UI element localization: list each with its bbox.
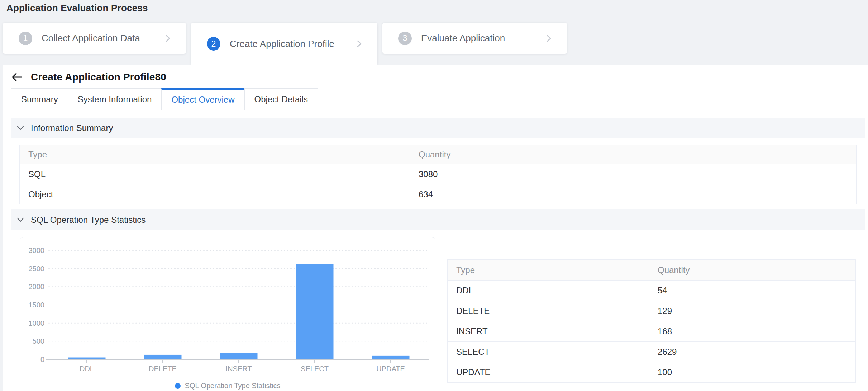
table-header-row: Type Quantity [20,145,857,164]
cell-quantity: 54 [649,281,856,301]
cell-type: SELECT [448,342,649,362]
cell-type: DELETE [448,301,649,321]
sql-operation-chart-card: 500100015002000250030000DDLDELETEINSERTS… [20,237,435,391]
chevron-down-icon [16,123,25,133]
tab-object-details[interactable]: Object Details [244,88,318,110]
column-header-type: Type [20,145,410,164]
step-evaluate-application[interactable]: 3 Evaluate Application [382,23,567,54]
information-summary-table: Type Quantity SQL 3080 Object 634 [19,145,857,204]
column-header-type: Type [448,260,649,281]
cell-quantity: 3080 [410,164,857,184]
step-create-application-profile[interactable]: 2 Create Application Profile [191,23,377,65]
cell-type: Object [20,184,410,204]
tab-bar: Summary System Information Object Overvi… [11,88,318,110]
chevron-right-icon [163,34,172,43]
sql-operation-stats-table: Type Quantity DDL 54 DELETE 129 INSERT 1… [447,259,856,383]
page-title: Application Evaluation Process [6,3,148,14]
process-stepper: 1 Collect Application Data 2 Create Appl… [3,23,868,65]
svg-text:2500: 2500 [29,265,45,273]
section-information-summary[interactable]: Information Summary [11,118,865,138]
step-content: 1 Collect Application Data [19,23,186,54]
svg-text:500: 500 [33,337,44,345]
svg-text:2000: 2000 [29,283,45,291]
svg-text:3000: 3000 [29,246,45,254]
cell-type: UPDATE [448,362,649,383]
svg-text:0: 0 [40,355,44,363]
cell-type: SQL [20,164,410,184]
section-title: SQL Operation Type Statistics [31,215,146,225]
detail-header: Create Application Profile80 [11,71,166,83]
cell-quantity: 129 [649,301,856,321]
column-header-quantity: Quantity [649,260,856,281]
bar-chart: 500100015002000250030000DDLDELETEINSERTS… [20,237,435,391]
table-row: SQL 3080 [20,164,857,184]
cell-quantity: 2629 [649,342,856,362]
svg-text:1000: 1000 [29,319,45,327]
step-number-badge: 1 [19,32,32,45]
column-header-quantity: Quantity [410,145,857,164]
svg-text:UPDATE: UPDATE [376,365,405,373]
table-row: UPDATE 100 [448,362,856,383]
cell-quantity: 634 [410,184,857,204]
table-row: DDL 54 [448,281,856,301]
table-row: Object 634 [20,184,857,204]
tab-object-overview[interactable]: Object Overview [161,88,244,110]
app-root: Application Evaluation Process 1 Collect… [0,0,868,391]
step-number-badge: 2 [207,37,220,51]
chart-legend[interactable]: SQL Operation Type Statistics [20,382,435,390]
step-label: Collect Application Data [42,33,140,44]
table-row: INSERT 168 [448,321,856,342]
cell-type: INSERT [448,321,649,342]
legend-dot-icon [175,383,181,389]
chevron-right-icon [354,39,364,48]
back-arrow-icon[interactable] [11,72,23,83]
svg-text:1500: 1500 [29,301,45,309]
tab-summary[interactable]: Summary [11,88,68,110]
legend-label: SQL Operation Type Statistics [185,382,281,390]
svg-text:DDL: DDL [80,365,94,373]
cell-quantity: 100 [649,362,856,383]
detail-title: Create Application Profile80 [31,71,166,83]
chevron-down-icon [16,215,25,225]
step-content: 2 Create Application Profile [207,28,377,60]
svg-text:DELETE: DELETE [149,365,177,373]
step-collect-application-data[interactable]: 1 Collect Application Data [3,23,186,54]
step-label: Create Application Profile [230,38,334,50]
step-content: 3 Evaluate Application [398,23,567,54]
step-label: Evaluate Application [421,33,505,44]
svg-text:SELECT: SELECT [301,365,329,373]
cell-type: DDL [448,281,649,301]
content-panel: Create Application Profile80 Summary Sys… [3,65,868,391]
section-sql-operation-type-statistics[interactable]: SQL Operation Type Statistics [11,209,865,230]
chevron-right-icon [544,34,553,43]
table-row: DELETE 129 [448,301,856,321]
table-row: SELECT 2629 [448,342,856,362]
tab-system-information[interactable]: System Information [68,88,162,110]
cell-quantity: 168 [649,321,856,342]
section-title: Information Summary [31,123,113,133]
svg-text:INSERT: INSERT [226,365,252,373]
step-number-badge: 3 [398,32,412,45]
table-header-row: Type Quantity [448,260,856,281]
